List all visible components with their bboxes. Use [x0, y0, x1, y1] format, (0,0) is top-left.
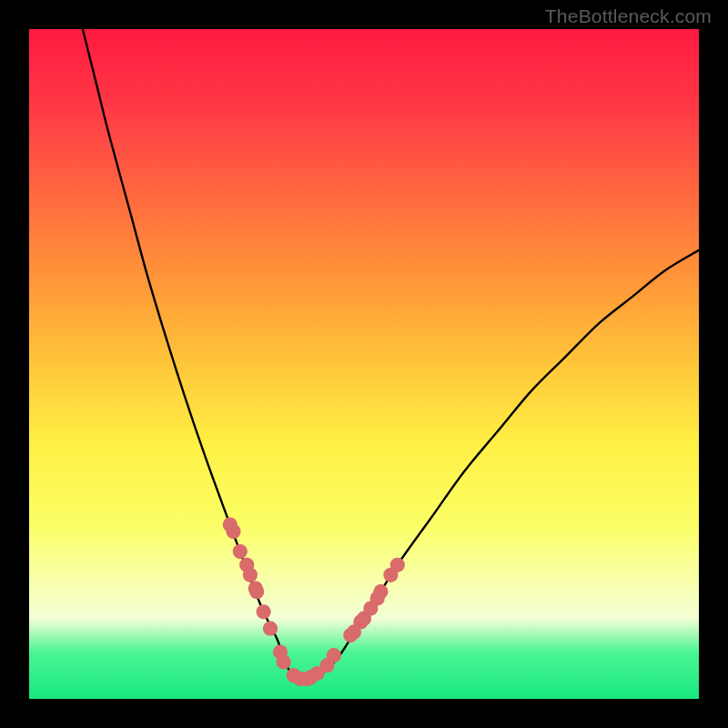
- data-point: [263, 622, 278, 636]
- data-point: [373, 584, 388, 599]
- marker-group: [223, 518, 405, 687]
- watermark-text: TheBottleneck.com: [545, 5, 712, 27]
- data-point: [233, 544, 248, 559]
- chart-svg: [29, 29, 699, 699]
- data-point: [390, 558, 405, 572]
- plot-area: [29, 29, 699, 699]
- data-point: [327, 648, 341, 662]
- chart-frame: TheBottleneck.com: [0, 0, 728, 728]
- data-point: [243, 568, 258, 582]
- data-point: [277, 654, 291, 669]
- data-point: [226, 524, 240, 539]
- data-point: [249, 584, 264, 599]
- data-point: [257, 604, 271, 619]
